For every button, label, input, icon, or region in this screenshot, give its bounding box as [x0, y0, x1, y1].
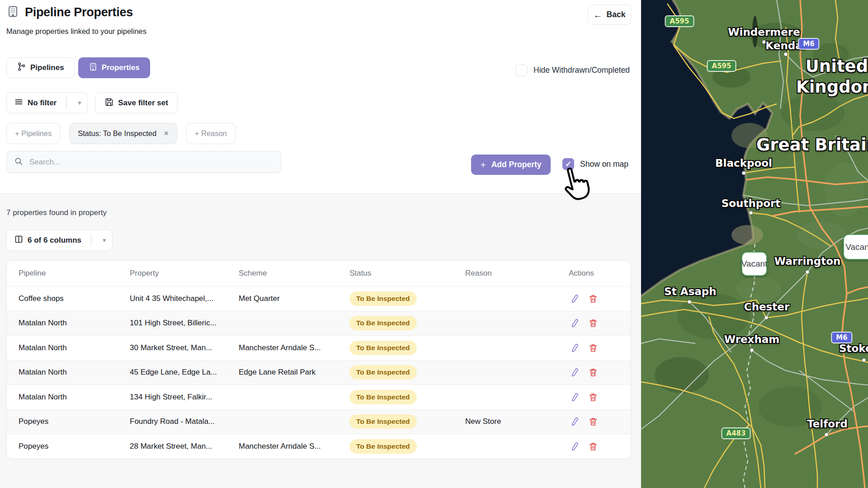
cell-pipeline: Matalan North	[19, 319, 130, 328]
column-header-pipeline: Pipeline	[19, 269, 130, 278]
map-place-label: Chester	[744, 301, 789, 313]
map-place-label: Blackpool	[715, 157, 772, 169]
cell-pipeline: Matalan North	[19, 343, 130, 352]
properties-panel: Pipeline Properties Manage properties li…	[0, 0, 641, 488]
status-badge: To Be Inspected	[349, 316, 417, 330]
show-on-map-checkbox[interactable]: ✓	[562, 158, 574, 170]
table-row[interactable]: Popeyes Foundry Road - Matala... To Be I…	[7, 409, 631, 434]
building-icon	[89, 62, 98, 74]
add-reason-chip-label: + Reason	[195, 129, 227, 138]
map-place-label: Wrexham	[724, 333, 780, 345]
columns-selector-button[interactable]: 6 of 6 columns ▾	[6, 230, 113, 251]
hide-withdrawn-toggle[interactable]: Hide Withdrawn/Completed	[515, 64, 630, 76]
column-header-actions: Actions	[569, 269, 631, 278]
columns-icon	[14, 235, 24, 246]
map-region-label: United Kingdom	[796, 56, 868, 98]
view-tabs: Pipelines Properties	[6, 57, 150, 78]
back-button[interactable]: ← Back	[588, 5, 631, 25]
hide-withdrawn-checkbox[interactable]	[515, 64, 528, 76]
status-badge: To Be Inspected	[349, 341, 417, 355]
cell-scheme: Met Quarter	[239, 294, 349, 303]
edit-button[interactable]	[570, 294, 580, 304]
delete-button[interactable]	[588, 318, 598, 328]
table-header-row: Pipeline Property Scheme Status Reason A…	[7, 261, 631, 286]
cell-pipeline: Matalan North	[19, 393, 130, 402]
column-header-property: Property	[130, 269, 239, 278]
edit-button[interactable]	[570, 318, 580, 328]
edit-button[interactable]	[570, 392, 580, 402]
add-reason-filter-chip[interactable]: + Reason	[186, 123, 236, 144]
map-place-label: St Asaph	[664, 286, 716, 297]
cell-pipeline: Coffee shops	[19, 294, 130, 303]
add-property-button[interactable]: + Add Property	[471, 155, 551, 175]
cell-property: Unit 4 35 Whitechapel,...	[130, 294, 239, 303]
table-row[interactable]: Coffee shops Unit 4 35 Whitechapel,... M…	[7, 286, 631, 311]
tab-pipelines[interactable]: Pipelines	[6, 57, 75, 78]
show-on-map-toggle[interactable]: ✓ Show on map	[562, 158, 628, 170]
save-icon	[104, 97, 114, 109]
delete-button[interactable]	[588, 417, 598, 427]
tab-properties-label: Properties	[102, 63, 140, 72]
save-filter-set-button[interactable]: Save filter set	[95, 92, 178, 113]
divider	[91, 235, 92, 246]
save-filter-set-label: Save filter set	[118, 99, 168, 108]
chevron-down-icon[interactable]: ▾	[97, 237, 113, 244]
tab-properties[interactable]: Properties	[78, 57, 150, 78]
pipeline-branch-icon	[17, 62, 26, 74]
show-on-map-label: Show on map	[580, 160, 628, 169]
search-box[interactable]	[6, 151, 281, 173]
cell-reason: New Store	[465, 417, 569, 426]
delete-button[interactable]	[588, 294, 598, 304]
table-row[interactable]: Matalan North 45 Edge Lane, Edge La... E…	[7, 360, 631, 385]
close-icon[interactable]: ×	[164, 129, 169, 138]
filter-preset-button[interactable]: No filter ▾	[6, 92, 88, 113]
status-badge: To Be Inspected	[349, 414, 417, 429]
table-row[interactable]: Popeyes 28 Market Street, Man... Manches…	[7, 434, 631, 459]
tab-pipelines-label: Pipelines	[30, 63, 64, 72]
delete-button[interactable]	[588, 441, 598, 451]
add-pipelines-chip-label: + Pipelines	[15, 129, 52, 138]
status-badge: To Be Inspected	[349, 390, 417, 404]
map-place-label: Telford	[807, 418, 848, 430]
road-badge: A483	[722, 427, 751, 439]
results-summary: 7 properties found in property	[6, 208, 107, 217]
status-filter-chip-label: Status: To Be Inspected	[78, 129, 156, 138]
table-row[interactable]: Matalan North 101 High Street, Billeric.…	[7, 311, 631, 336]
edit-button[interactable]	[570, 417, 580, 427]
status-badge: To Be Inspected	[349, 291, 417, 306]
map-place-label: Stoke-on	[839, 343, 868, 354]
delete-button[interactable]	[588, 343, 598, 353]
hamburger-icon	[14, 97, 24, 109]
road-badge: A595	[707, 60, 736, 72]
column-header-scheme: Scheme	[239, 269, 349, 278]
properties-table: Pipeline Property Scheme Status Reason A…	[6, 260, 631, 459]
status-filter-chip[interactable]: Status: To Be Inspected ×	[69, 123, 177, 144]
edit-button[interactable]	[570, 441, 580, 451]
page-subtitle: Manage properties linked to your pipelin…	[6, 27, 146, 36]
cell-scheme: Edge Lane Retail Park	[239, 368, 349, 377]
plus-icon: +	[480, 160, 486, 170]
map-marker-vacant[interactable]: Vacant	[741, 252, 767, 276]
hide-withdrawn-label: Hide Withdrawn/Completed	[533, 66, 630, 75]
add-pipelines-filter-chip[interactable]: + Pipelines	[6, 123, 60, 144]
map-place-label: Southport	[722, 197, 781, 209]
cell-property: 45 Edge Lane, Edge La...	[130, 368, 239, 377]
add-property-label: Add Property	[491, 160, 542, 169]
cell-scheme: Manchester Arndale S...	[239, 442, 349, 451]
edit-button[interactable]	[570, 343, 580, 353]
cell-property: 101 High Street, Billeric...	[130, 319, 239, 328]
road-badge: M6	[831, 332, 852, 343]
cell-property: 28 Market Street, Man...	[130, 442, 239, 451]
map-place-label: Windermere	[728, 26, 800, 38]
delete-button[interactable]	[588, 392, 598, 402]
search-input[interactable]	[29, 158, 274, 167]
edit-button[interactable]	[570, 367, 580, 377]
delete-button[interactable]	[588, 367, 598, 377]
table-row[interactable]: Matalan North 30 Market Street, Man... M…	[7, 335, 631, 360]
map-view[interactable]: United Kingdom Great Britain Windermere …	[641, 0, 868, 488]
table-row[interactable]: Matalan North 134 High Street, Falkir...…	[7, 385, 631, 409]
page-title: Pipeline Properties	[25, 5, 133, 19]
map-marker-vacant[interactable]: Vacant	[843, 234, 868, 260]
cell-property: 134 High Street, Falkir...	[130, 393, 239, 402]
chevron-down-icon[interactable]: ▾	[72, 99, 88, 106]
